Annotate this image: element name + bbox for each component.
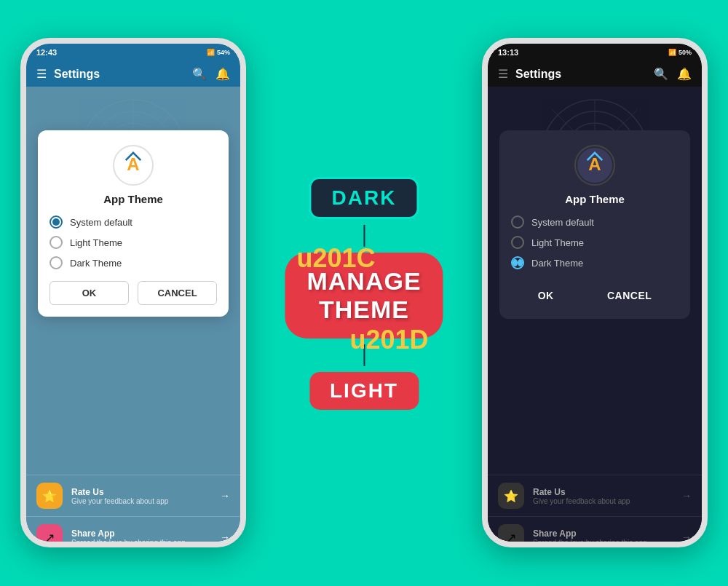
light-share-icon: ↗ xyxy=(36,524,63,542)
light-radio-group: System default Light Theme Dark Theme xyxy=(50,215,217,269)
dark-option-light-label: Light Theme xyxy=(531,237,584,248)
light-rate-us-text: Rate Us Give your feedback about app xyxy=(71,487,211,505)
dark-radio-dark[interactable] xyxy=(511,256,524,269)
light-option-dark-label: Dark Theme xyxy=(70,258,122,269)
dark-cancel-button[interactable]: CANCEL xyxy=(593,284,666,307)
dark-rate-us-title: Rate Us xyxy=(533,487,673,497)
dark-header-title: Settings xyxy=(515,68,646,81)
dark-share-app-title: Share App xyxy=(533,528,673,539)
dark-rate-us-subtitle: Give your feedback about app xyxy=(533,497,673,505)
light-share-app-item[interactable]: ↗ Share App Spread the love by sharing t… xyxy=(26,516,240,542)
dark-option-dark[interactable]: Dark Theme xyxy=(511,256,678,269)
light-rate-us-title: Rate Us xyxy=(71,487,211,497)
light-cancel-button[interactable]: CANCEL xyxy=(138,281,217,305)
light-dialog-title: App Theme xyxy=(103,193,163,205)
dark-rate-us-item[interactable]: ⭐ Rate Us Give your feedback about app → xyxy=(488,475,702,516)
phone-dark: 13:13 📶 50% ☰ Settings 🔍 🔔 xyxy=(482,38,708,547)
dark-share-app-subtitle: Spread the love by sharing this app xyxy=(533,539,673,542)
light-label: LIGHT xyxy=(309,372,419,410)
light-share-app-title: Share App xyxy=(71,528,211,539)
light-rate-us-item[interactable]: ⭐ Rate Us Give your feedback about app → xyxy=(26,475,240,516)
dark-radio-system[interactable] xyxy=(511,215,524,229)
light-option-dark[interactable]: Dark Theme xyxy=(50,256,217,269)
light-radio-dark[interactable] xyxy=(50,256,63,269)
wifi-icon: 📶 xyxy=(207,49,215,56)
light-dialog-buttons: OK CANCEL xyxy=(50,281,217,305)
light-status-icons: 📶 54% xyxy=(207,49,230,56)
dark-share-app-text: Share App Spread the love by sharing thi… xyxy=(533,528,673,542)
dark-radio-light[interactable] xyxy=(511,236,524,249)
light-ok-button[interactable]: OK xyxy=(50,281,129,305)
dark-bell-icon[interactable]: 🔔 xyxy=(677,67,692,81)
center-graphic: DARK MANAGE THEME LIGHT xyxy=(270,176,457,409)
light-dialog-logo: A xyxy=(113,145,154,186)
battery-icon: 54% xyxy=(217,49,230,56)
light-option-system-label: System default xyxy=(70,217,132,228)
dark-option-system[interactable]: System default xyxy=(511,215,678,229)
dark-theme-dialog: A App Theme System default Light Theme xyxy=(499,130,690,319)
dark-status-icons: 📶 50% xyxy=(668,49,692,56)
light-option-system[interactable]: System default xyxy=(50,215,217,229)
dark-share-icon: ↗ xyxy=(498,524,524,542)
bell-icon[interactable]: 🔔 xyxy=(215,67,230,81)
light-phone-time: 12:43 xyxy=(36,48,57,57)
dark-option-light[interactable]: Light Theme xyxy=(511,236,678,249)
dark-hamburger-icon[interactable]: ☰ xyxy=(498,67,508,81)
dark-dialog-logo: A xyxy=(574,145,615,186)
dark-dialog-title: App Theme xyxy=(565,193,625,205)
manage-line1: MANAGE xyxy=(306,266,421,295)
manage-line2: THEME xyxy=(306,296,421,324)
dark-search-icon[interactable]: 🔍 xyxy=(654,67,668,81)
phone-light: 12:43 📶 54% ☰ Settings 🔍 🔔 xyxy=(20,38,246,547)
light-list-items: ⭐ Rate Us Give your feedback about app →… xyxy=(26,475,240,542)
light-option-light[interactable]: Light Theme xyxy=(50,236,217,249)
light-radio-system[interactable] xyxy=(50,215,63,229)
manage-theme-bubble: MANAGE THEME xyxy=(285,252,443,338)
dark-ok-button[interactable]: OK xyxy=(523,284,569,307)
dark-header: ☰ Settings 🔍 🔔 xyxy=(488,61,702,87)
dark-share-app-arrow: → xyxy=(681,531,692,542)
dark-option-dark-label: Dark Theme xyxy=(531,258,583,269)
light-radio-light[interactable] xyxy=(50,236,63,249)
dark-option-system-label: System default xyxy=(531,217,594,228)
light-share-app-subtitle: Spread the love by sharing this app xyxy=(71,539,211,542)
light-rate-us-subtitle: Give your feedback about app xyxy=(71,497,211,505)
dark-phone-time: 13:13 xyxy=(498,48,518,57)
light-rate-us-arrow: → xyxy=(220,490,230,502)
dark-battery-icon: 50% xyxy=(678,49,692,56)
light-share-app-arrow: → xyxy=(220,531,230,542)
light-header: ☰ Settings 🔍 🔔 xyxy=(26,61,240,87)
dark-dialog-buttons: OK CANCEL xyxy=(511,281,678,307)
dark-label: DARK xyxy=(309,176,419,218)
dark-radio-group: System default Light Theme Dark Theme xyxy=(511,215,678,269)
search-icon[interactable]: 🔍 xyxy=(192,67,207,81)
dark-rate-us-text: Rate Us Give your feedback about app xyxy=(533,487,673,505)
light-star-icon: ⭐ xyxy=(36,483,63,509)
light-option-light-label: Light Theme xyxy=(70,237,122,248)
dark-share-app-item[interactable]: ↗ Share App Spread the love by sharing t… xyxy=(488,516,702,542)
hamburger-icon[interactable]: ☰ xyxy=(36,67,47,81)
dark-list-items: ⭐ Rate Us Give your feedback about app →… xyxy=(488,475,702,542)
light-share-app-text: Share App Spread the love by sharing thi… xyxy=(71,528,211,542)
dark-wifi-icon: 📶 xyxy=(668,49,676,56)
dark-rate-us-arrow: → xyxy=(681,490,692,502)
dark-star-icon: ⭐ xyxy=(498,483,524,509)
light-theme-dialog: A App Theme System default Light Theme xyxy=(38,130,229,317)
light-header-title: Settings xyxy=(54,68,185,81)
